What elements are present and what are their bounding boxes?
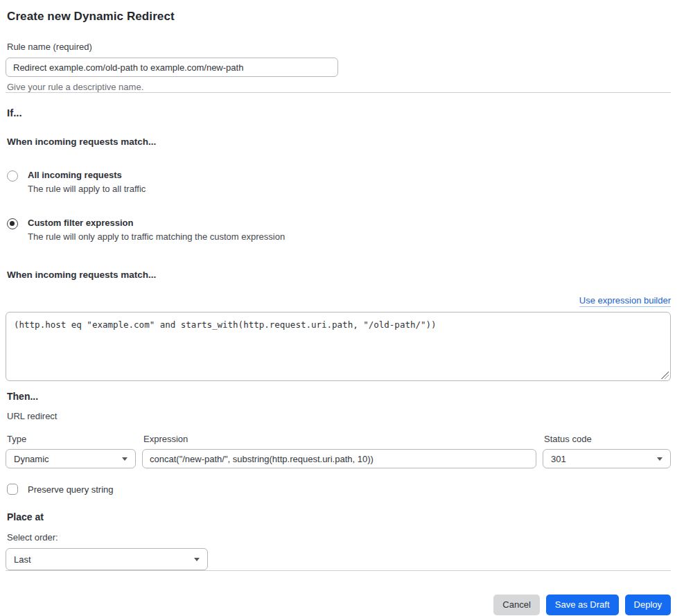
filter-expression-textarea[interactable]: (http.host eq "example.com" and starts_w…: [6, 312, 671, 381]
radio-label-custom-expression: Custom filter expression: [28, 218, 285, 228]
status-code-select[interactable]: 301: [543, 449, 671, 468]
cancel-button[interactable]: Cancel: [493, 595, 539, 615]
status-code-value: 301: [551, 454, 566, 464]
preserve-query-string-label: Preserve query string: [28, 484, 114, 495]
radio-checked-icon[interactable]: [7, 218, 18, 229]
checkbox-unchecked-icon[interactable]: [7, 484, 18, 495]
section-divider: [6, 92, 671, 93]
status-code-label: Status code: [543, 434, 671, 444]
then-heading: Then...: [6, 391, 671, 402]
url-redirect-label: URL redirect: [6, 411, 671, 421]
redirect-expression-input[interactable]: [142, 449, 536, 468]
rule-name-label: Rule name (required): [6, 42, 671, 52]
chevron-down-icon: [122, 457, 128, 461]
preserve-query-string-option[interactable]: Preserve query string: [6, 484, 671, 495]
use-expression-builder-link[interactable]: Use expression builder: [579, 295, 671, 307]
order-select-value: Last: [14, 554, 31, 565]
radio-desc-all-requests: The rule will apply to all traffic: [28, 184, 146, 194]
save-as-draft-button[interactable]: Save as Draft: [546, 595, 619, 615]
place-at-heading: Place at: [6, 511, 671, 522]
type-select-value: Dynamic: [14, 454, 49, 464]
radio-unchecked-icon[interactable]: [7, 170, 18, 182]
chevron-down-icon: [194, 558, 200, 561]
type-label: Type: [6, 434, 136, 444]
order-select[interactable]: Last: [6, 548, 208, 570]
expression-label: Expression: [142, 434, 536, 444]
deploy-button[interactable]: Deploy: [625, 595, 671, 615]
select-order-label: Select order:: [6, 532, 671, 543]
rule-name-input[interactable]: [6, 58, 338, 77]
if-heading: If...: [6, 107, 671, 118]
match-heading: When incoming requests match...: [6, 137, 671, 147]
radio-option-custom-expression[interactable]: Custom filter expression The rule will o…: [6, 218, 671, 242]
page-title: Create new Dynamic Redirect: [6, 10, 671, 24]
radio-label-all-requests: All incoming requests: [28, 170, 146, 180]
radio-desc-custom-expression: The rule will only apply to traffic matc…: [28, 231, 285, 242]
expression-match-heading: When incoming requests match...: [6, 270, 671, 280]
resize-handle-icon[interactable]: [661, 371, 669, 379]
create-redirect-form: Create new Dynamic Redirect Rule name (r…: [0, 0, 693, 615]
radio-option-all-requests[interactable]: All incoming requests The rule will appl…: [6, 170, 671, 194]
rule-name-help: Give your rule a descriptive name.: [6, 82, 671, 92]
footer-divider: [6, 570, 671, 571]
type-select[interactable]: Dynamic: [6, 449, 136, 468]
chevron-down-icon: [657, 457, 663, 461]
